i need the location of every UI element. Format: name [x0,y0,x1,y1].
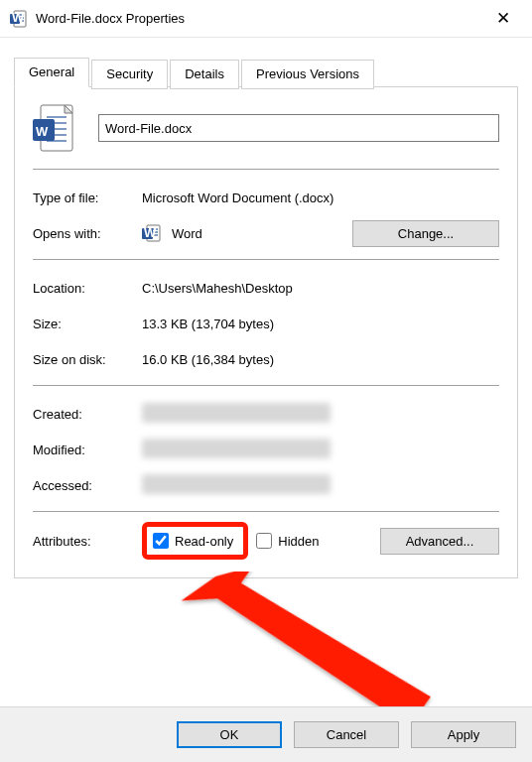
tab-details[interactable]: Details [170,60,239,89]
filename-input[interactable] [98,114,499,142]
size-label: Size: [33,317,142,331]
tab-previous-versions[interactable]: Previous Versions [241,60,374,89]
location-value: C:\Users\Mahesh\Desktop [142,281,499,296]
file-type-icon: W [33,103,72,153]
accessed-value-redacted [142,474,331,494]
tab-security[interactable]: Security [91,60,168,89]
created-label: Created: [33,407,142,422]
svg-text:W: W [12,10,25,25]
svg-marker-21 [171,572,443,728]
tab-strip: General Security Details Previous Versio… [14,58,518,87]
modified-label: Modified: [33,443,142,457]
created-value-redacted [142,403,331,423]
separator [33,511,499,512]
dialog-action-bar: OK Cancel Apply [0,706,532,762]
type-of-file-value: Microsoft Word Document (.docx) [142,190,499,205]
change-button[interactable]: Change... [352,220,499,247]
tab-general[interactable]: General [14,58,89,87]
titlebar: W Word-File.docx Properties ✕ [0,0,532,38]
cancel-button[interactable]: Cancel [294,721,399,748]
close-button[interactable]: ✕ [486,4,520,33]
apply-button[interactable]: Apply [411,721,516,748]
separator [33,385,499,386]
svg-text:W: W [144,225,157,240]
accessed-label: Accessed: [33,478,142,493]
opens-with-label: Opens with: [33,226,142,241]
word-app-icon: W [10,10,28,28]
svg-text:W: W [36,124,49,139]
size-on-disk-label: Size on disk: [33,352,142,367]
ok-button[interactable]: OK [177,721,282,748]
type-of-file-label: Type of file: [33,190,142,205]
window-title: Word-File.docx Properties [36,11,486,26]
opens-with-value: Word [172,226,202,241]
location-label: Location: [33,281,142,296]
word-program-icon: W [142,223,162,243]
hidden-checkbox-wrap[interactable]: Hidden [256,533,319,549]
size-value: 13.3 KB (13,704 bytes) [142,317,499,331]
read-only-label: Read-only [175,534,233,549]
hidden-checkbox[interactable] [256,533,272,549]
separator [33,259,499,260]
modified-value-redacted [142,439,331,458]
read-only-checkbox[interactable] [153,533,169,549]
read-only-checkbox-wrap[interactable]: Read-only [153,533,233,549]
attributes-label: Attributes: [33,534,142,549]
separator [33,169,499,170]
general-panel: W Type of file: Microsoft Word Document … [14,87,518,578]
size-on-disk-value: 16.0 KB (16,384 bytes) [142,352,499,367]
annotation-highlight-box: Read-only [142,522,248,560]
hidden-label: Hidden [278,534,319,549]
advanced-button[interactable]: Advanced... [380,528,499,555]
